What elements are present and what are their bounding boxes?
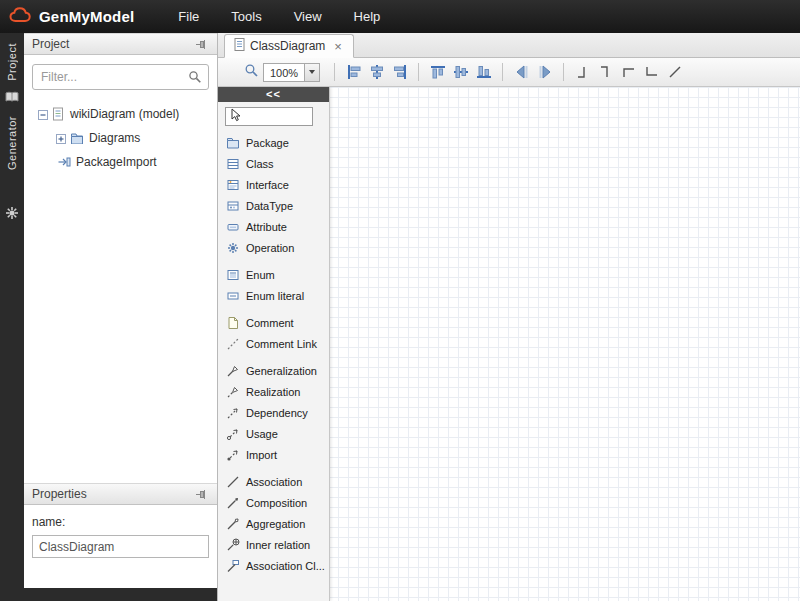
palette-item-inner-relation[interactable]: Inner relation	[218, 534, 329, 555]
palette-item-usage[interactable]: Usage	[218, 423, 329, 444]
menu-view[interactable]: View	[278, 1, 338, 32]
model-file-icon	[52, 107, 65, 121]
datatype-icon	[225, 199, 240, 213]
palette-item-comment-link[interactable]: Comment Link	[218, 333, 329, 354]
palette-item-datatype[interactable]: DataType	[218, 195, 329, 216]
palette-item-association-class[interactable]: Association Cl...	[218, 555, 329, 576]
zoom-magnifier-icon	[244, 63, 259, 81]
palette-collapse-button[interactable]: <<	[218, 87, 329, 102]
palette-item-operation[interactable]: Operation	[218, 237, 329, 258]
usage-icon	[225, 427, 240, 441]
main-menu: File Tools View Help	[162, 1, 396, 32]
menu-help[interactable]: Help	[338, 1, 397, 32]
connector-straight-line-button[interactable]	[663, 62, 686, 83]
palette-item-label: Usage	[246, 428, 278, 440]
align-top-button[interactable]	[426, 62, 449, 83]
connector-elbow-down-right-button[interactable]	[594, 62, 617, 83]
diagram-file-icon	[234, 38, 245, 54]
connector-elbow-right-down-button[interactable]	[640, 62, 663, 83]
attribute-icon	[225, 220, 240, 234]
project-tree-panel: wikiDiagram (model) Diagrams PackageI	[24, 55, 217, 483]
palette-item-enum-literal[interactable]: Enum literal	[218, 285, 329, 306]
palette-item-label: Attribute	[246, 221, 287, 233]
tree-item-label: Diagrams	[89, 131, 140, 145]
palette-item-label: Class	[246, 158, 274, 170]
palette-item-package[interactable]: Package	[218, 132, 329, 153]
inner-relation-icon	[225, 538, 240, 552]
palette-item-dependency[interactable]: Dependency	[218, 402, 329, 423]
aggregation-icon	[225, 517, 240, 531]
tool-palette: << Package Class Interface	[218, 87, 330, 601]
palette-item-comment[interactable]: Comment	[218, 312, 329, 333]
menu-tools[interactable]: Tools	[215, 1, 277, 32]
palette-item-composition[interactable]: Composition	[218, 492, 329, 513]
connector-elbow-up-right-button[interactable]	[571, 62, 594, 83]
properties-panel-title: Properties	[32, 487, 193, 501]
side-tab-strip: Project Generator	[0, 33, 24, 601]
palette-item-attribute[interactable]: Attribute	[218, 216, 329, 237]
palette-item-class[interactable]: Class	[218, 153, 329, 174]
tab-classdiagram[interactable]: ClassDiagram ×	[224, 34, 354, 58]
palette-item-association[interactable]: Association	[218, 471, 329, 492]
book-icon[interactable]	[5, 91, 19, 106]
palette-item-label: Realization	[246, 386, 300, 398]
tree-item-packageimport[interactable]: PackageImport	[24, 150, 217, 174]
align-right-button[interactable]	[388, 62, 411, 83]
palette-item-label: DataType	[246, 200, 293, 212]
align-middle-button[interactable]	[449, 62, 472, 83]
generalization-icon	[225, 364, 240, 378]
comment-icon	[225, 316, 240, 330]
sidebar-tab-generator[interactable]: Generator	[6, 116, 18, 170]
operation-icon	[225, 241, 240, 255]
palette-item-label: Inner relation	[246, 539, 310, 551]
select-tool-button[interactable]	[225, 107, 313, 126]
palette-item-realization[interactable]: Realization	[218, 381, 329, 402]
palette-item-import[interactable]: Import	[218, 444, 329, 465]
cursor-icon	[229, 108, 242, 125]
palette-item-label: Generalization	[246, 365, 317, 377]
app-window: GenMyModel File Tools View Help Project …	[0, 0, 800, 601]
name-field-label: name:	[32, 515, 209, 529]
pin-icon[interactable]	[193, 36, 209, 52]
project-panel-header: Project	[24, 33, 217, 55]
connector-elbow-right-up-button[interactable]	[617, 62, 640, 83]
palette-item-enum[interactable]: Enum	[218, 264, 329, 285]
brand-name: GenMyModel	[39, 8, 134, 25]
chevron-down-icon[interactable]	[304, 64, 319, 81]
palette-item-generalization[interactable]: Generalization	[218, 360, 329, 381]
align-center-button[interactable]	[365, 62, 388, 83]
tree-item-label: PackageImport	[76, 155, 157, 169]
diagrams-folder-icon	[70, 132, 84, 144]
align-left-button[interactable]	[342, 62, 365, 83]
class-icon	[225, 157, 240, 171]
expand-expander-icon[interactable]	[56, 133, 66, 143]
package-import-icon	[57, 155, 71, 169]
enum-literal-icon	[225, 289, 240, 303]
top-menubar: GenMyModel File Tools View Help	[0, 0, 800, 33]
gear-icon[interactable]	[5, 206, 19, 223]
name-input[interactable]	[32, 535, 209, 558]
interface-icon	[225, 178, 240, 192]
tab-close-icon[interactable]: ×	[332, 39, 344, 54]
zoom-select[interactable]: 100%	[263, 63, 320, 82]
palette-item-label: Dependency	[246, 407, 308, 419]
palette-item-label: Interface	[246, 179, 289, 191]
palette-item-interface[interactable]: Interface	[218, 174, 329, 195]
zoom-value: 100%	[264, 64, 304, 81]
palette-item-label: Association Cl...	[246, 560, 325, 572]
palette-item-aggregation[interactable]: Aggregation	[218, 513, 329, 534]
flip-left-button[interactable]	[510, 62, 533, 83]
tree-item-diagrams[interactable]: Diagrams	[24, 126, 217, 150]
flip-right-button[interactable]	[533, 62, 556, 83]
import-icon	[225, 448, 240, 462]
sidebar-tab-project[interactable]: Project	[6, 43, 18, 81]
tree-item-model[interactable]: wikiDiagram (model)	[24, 102, 217, 126]
filter-input[interactable]	[32, 64, 209, 90]
palette-item-label: Enum	[246, 269, 275, 281]
enum-icon	[225, 268, 240, 282]
pin-icon[interactable]	[193, 486, 209, 502]
collapse-expander-icon[interactable]	[38, 109, 48, 119]
menu-file[interactable]: File	[162, 1, 215, 32]
editor-toolbar: 100%	[218, 58, 800, 87]
align-bottom-button[interactable]	[472, 62, 495, 83]
